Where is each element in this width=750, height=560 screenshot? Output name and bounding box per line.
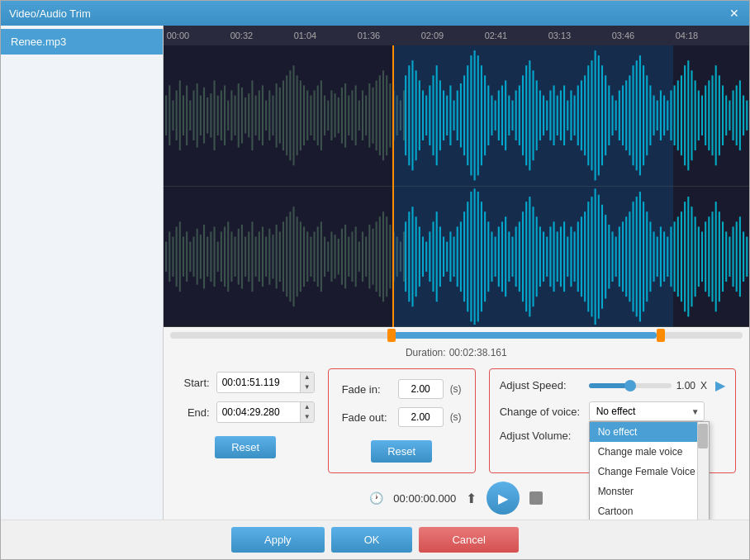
- svg-rect-232: [378, 216, 380, 297]
- svg-rect-52: [344, 83, 346, 147]
- fade-in-unit: (s): [450, 383, 462, 395]
- svg-rect-208: [296, 216, 297, 297]
- svg-rect-198: [262, 226, 263, 287]
- marker-5: 02:41: [485, 31, 508, 40]
- fade-reset-button[interactable]: Reset: [371, 440, 432, 463]
- svg-rect-167: [738, 80, 740, 150]
- svg-rect-155: [697, 90, 699, 140]
- speed-play-icon[interactable]: ▶: [715, 377, 725, 393]
- svg-rect-164: [729, 101, 730, 131]
- svg-rect-221: [341, 228, 343, 284]
- svg-rect-27: [258, 90, 259, 140]
- svg-rect-151: [684, 65, 686, 165]
- svg-rect-11: [203, 88, 205, 144]
- svg-rect-181: [203, 225, 205, 288]
- cancel-button[interactable]: Cancel: [419, 527, 518, 553]
- end-spin-up[interactable]: ▲: [301, 402, 314, 412]
- trim-handle-right[interactable]: [657, 329, 665, 342]
- svg-rect-159: [711, 75, 713, 155]
- speed-slider[interactable]: [589, 383, 672, 388]
- dropdown-item-female[interactable]: Change Female Voice: [590, 462, 709, 482]
- svg-rect-330: [714, 202, 716, 311]
- svg-rect-9: [196, 83, 197, 147]
- svg-rect-329: [711, 211, 713, 301]
- trim-handle-left[interactable]: [387, 329, 396, 342]
- svg-rect-324: [694, 216, 695, 297]
- marker-0: 00:00: [167, 31, 190, 40]
- ok-button[interactable]: OK: [331, 527, 413, 553]
- apply-button[interactable]: Apply: [231, 527, 325, 553]
- trim-range: [387, 332, 657, 339]
- scroll-thumb: [698, 424, 708, 448]
- svg-rect-43: [313, 90, 315, 140]
- svg-rect-2: [172, 101, 173, 131]
- playhead[interactable]: [392, 45, 394, 327]
- svg-rect-18: [227, 101, 229, 131]
- svg-rect-325: [697, 226, 699, 287]
- svg-rect-230: [372, 228, 373, 284]
- svg-rect-215: [320, 221, 321, 292]
- svg-rect-183: [210, 231, 211, 282]
- svg-rect-36: [289, 70, 291, 160]
- dropdown-item-cartoon[interactable]: Cartoon: [590, 501, 709, 520]
- play-button[interactable]: ▶: [487, 482, 520, 515]
- svg-rect-26: [254, 96, 256, 135]
- voice-select[interactable]: No effect Change male voice Change Femal…: [589, 401, 705, 421]
- svg-rect-220: [337, 238, 339, 274]
- svg-rect-333: [725, 231, 727, 282]
- svg-rect-186: [220, 231, 221, 282]
- timeline: 00:00 00:32 01:04 01:36 02:09 02:41 03:1…: [164, 26, 749, 45]
- fade-out-input[interactable]: [398, 407, 444, 427]
- svg-rect-46: [324, 96, 325, 135]
- sidebar-item-renee[interactable]: Renee.mp3: [1, 29, 163, 55]
- stop-button[interactable]: [529, 491, 543, 505]
- marker-7: 03:46: [612, 31, 635, 40]
- svg-rect-191: [237, 228, 239, 284]
- svg-rect-57: [362, 90, 363, 140]
- svg-rect-177: [189, 241, 191, 271]
- trim-slider-bar: [164, 327, 749, 344]
- start-field-row: Start: ▲ ▼: [177, 372, 315, 393]
- svg-rect-188: [227, 221, 229, 292]
- voice-section: Adjust Speed: 1.00 X ▶ Change of voice:: [489, 368, 736, 473]
- svg-rect-3: [175, 90, 177, 140]
- marker-1: 00:32: [230, 31, 254, 40]
- svg-rect-337: [738, 216, 740, 297]
- svg-rect-174: [178, 221, 180, 292]
- svg-rect-163: [725, 96, 727, 135]
- close-button[interactable]: ✕: [728, 7, 741, 20]
- svg-rect-5: [183, 96, 184, 135]
- waveform-container[interactable]: 00:00 00:32 01:04 01:36 02:09 02:41 03:1…: [164, 26, 749, 327]
- start-spin-up[interactable]: ▲: [301, 373, 314, 382]
- voice-select-container: No effect Change male voice Change Femal…: [589, 401, 705, 421]
- dropdown-scrollbar[interactable]: [697, 422, 709, 520]
- svg-rect-29: [265, 101, 267, 131]
- reset-left-button[interactable]: Reset: [215, 436, 276, 458]
- svg-rect-19: [230, 90, 232, 140]
- svg-rect-61: [375, 80, 377, 150]
- svg-rect-172: [172, 236, 173, 276]
- svg-rect-22: [241, 88, 243, 144]
- start-input[interactable]: [217, 373, 300, 392]
- svg-rect-200: [268, 228, 270, 284]
- svg-rect-25: [251, 80, 253, 150]
- fade-in-input[interactable]: [398, 379, 444, 399]
- svg-rect-16: [220, 90, 221, 140]
- svg-rect-21: [237, 83, 239, 147]
- dropdown-item-no-effect[interactable]: No effect: [590, 422, 709, 442]
- svg-rect-322: [687, 197, 689, 316]
- svg-rect-168: [743, 96, 744, 135]
- svg-rect-187: [224, 226, 225, 287]
- svg-rect-41: [306, 90, 308, 140]
- svg-rect-193: [244, 236, 246, 276]
- dropdown-item-monster[interactable]: Monster: [590, 482, 709, 501]
- end-spin-down[interactable]: ▼: [301, 412, 314, 422]
- svg-rect-205: [286, 216, 287, 297]
- end-input[interactable]: [217, 403, 300, 421]
- export-icon[interactable]: ⬆: [466, 491, 477, 506]
- start-spin-down[interactable]: ▼: [301, 382, 314, 392]
- svg-rect-49: [334, 93, 335, 137]
- svg-rect-214: [316, 226, 318, 287]
- dropdown-item-male[interactable]: Change male voice: [590, 442, 709, 462]
- svg-rect-218: [330, 231, 332, 282]
